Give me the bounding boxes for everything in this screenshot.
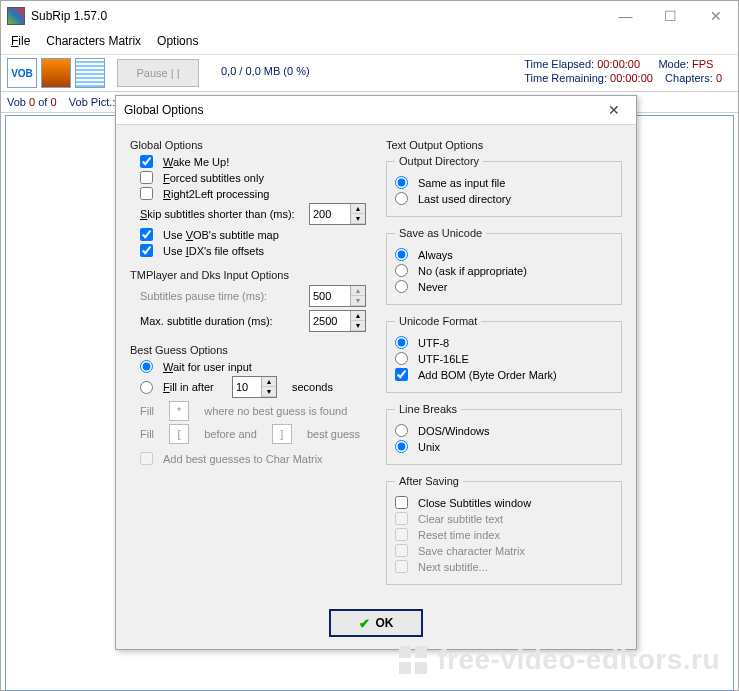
- global-options-group-title: Global Options: [130, 139, 366, 151]
- app-icon: [7, 7, 25, 25]
- pause-spinner[interactable]: ▲▼: [309, 285, 366, 307]
- fill2-mid: before and: [204, 428, 257, 440]
- pause-input[interactable]: [310, 286, 350, 306]
- time-remaining-label: Time Remaining:: [524, 72, 607, 84]
- vob-label: Vob: [7, 96, 26, 108]
- fill1-label: Fill: [140, 405, 154, 417]
- spin-up-icon[interactable]: ▲: [351, 204, 365, 214]
- spin-down-icon[interactable]: ▼: [351, 214, 365, 224]
- close-win-checkbox[interactable]: [395, 496, 408, 509]
- chapters-value: 0: [716, 72, 722, 84]
- vob-pict-label: Vob Pict.:: [69, 96, 115, 108]
- fill1-box[interactable]: *: [169, 401, 189, 421]
- fill-input[interactable]: [233, 377, 261, 397]
- spin-down-icon[interactable]: ▼: [351, 296, 365, 306]
- utf8-radio[interactable]: [395, 336, 408, 349]
- seconds-label: seconds: [292, 381, 333, 393]
- fill2-label: Fill: [140, 428, 154, 440]
- line-breaks-group: Line Breaks DOS/Windows Unix: [386, 403, 622, 465]
- last-used-label: Last used directory: [418, 193, 511, 205]
- window-buttons: — ☐ ✕: [603, 1, 738, 31]
- menu-file[interactable]: File: [11, 34, 30, 48]
- last-used-radio[interactable]: [395, 192, 408, 205]
- forced-checkbox[interactable]: [140, 171, 153, 184]
- chapters-label: Chapters:: [665, 72, 713, 84]
- never-radio[interactable]: [395, 280, 408, 293]
- wait-label: Wait for user input: [163, 361, 252, 373]
- left-column: Global Options Wake Me Up! Forced subtit…: [130, 135, 366, 595]
- fill-label: Fill in after: [163, 381, 214, 393]
- spin-up-icon[interactable]: ▲: [351, 311, 365, 321]
- maximize-button[interactable]: ☐: [648, 1, 693, 31]
- same-input-radio[interactable]: [395, 176, 408, 189]
- skip-spinner[interactable]: ▲▼: [309, 203, 366, 225]
- fill2-box1[interactable]: [: [169, 424, 189, 444]
- wait-radio[interactable]: [140, 360, 153, 373]
- bom-label: Add BOM (Byte Order Mark): [418, 369, 557, 381]
- noask-radio[interactable]: [395, 264, 408, 277]
- dialog-close-icon[interactable]: ✕: [600, 102, 628, 118]
- app-title: SubRip 1.57.0: [31, 9, 107, 23]
- use-vob-map-checkbox[interactable]: [140, 228, 153, 241]
- tm-group-title: TMPlayer and Dks Input Options: [130, 269, 366, 281]
- vob-icon[interactable]: VOB: [7, 58, 37, 88]
- next-sub-checkbox: [395, 560, 408, 573]
- always-label: Always: [418, 249, 453, 261]
- unix-radio[interactable]: [395, 440, 408, 453]
- toolbar-icon-2[interactable]: [41, 58, 71, 88]
- noask-label: No (ask if appropriate): [418, 265, 527, 277]
- main-window: SubRip 1.57.0 — ☐ ✕ File Characters Matr…: [0, 0, 739, 691]
- dialog-title: Global Options: [124, 103, 203, 117]
- bom-checkbox[interactable]: [395, 368, 408, 381]
- spin-down-icon[interactable]: ▼: [262, 387, 276, 397]
- global-options-dialog: Global Options ✕ Global Options Wake Me …: [115, 95, 637, 650]
- unix-label: Unix: [418, 441, 440, 453]
- watermark: free-video-editors.ru: [399, 644, 720, 676]
- titlebar: SubRip 1.57.0 — ☐ ✕: [1, 1, 738, 31]
- menu-characters-matrix[interactable]: Characters Matrix: [46, 34, 141, 48]
- fill2-text: best guess: [307, 428, 360, 440]
- spin-up-icon[interactable]: ▲: [262, 377, 276, 387]
- minimize-button[interactable]: —: [603, 1, 648, 31]
- spin-up-icon[interactable]: ▲: [351, 286, 365, 296]
- toolbar: VOB Pause | | 0,0 / 0,0 MB (0 %) Time El…: [1, 55, 738, 92]
- same-input-label: Same as input file: [418, 177, 505, 189]
- utf16-radio[interactable]: [395, 352, 408, 365]
- forced-label: Forced subtitles only: [163, 172, 264, 184]
- output-directory-legend: Output Directory: [395, 155, 483, 167]
- toolbar-icon-3[interactable]: [75, 58, 105, 88]
- toolbar-status: Time Elapsed: 00:00:00 Mode: FPS Time Re…: [524, 57, 722, 85]
- skip-input[interactable]: [310, 204, 350, 224]
- rtl-label: Right2Left processing: [163, 188, 269, 200]
- fill2-box2[interactable]: ]: [272, 424, 292, 444]
- doswin-radio[interactable]: [395, 424, 408, 437]
- use-idx-checkbox[interactable]: [140, 244, 153, 257]
- maxdur-input[interactable]: [310, 311, 350, 331]
- use-vob-map-label: Use VOB's subtitle map: [163, 229, 279, 241]
- menu-options[interactable]: Options: [157, 34, 198, 48]
- wake-checkbox[interactable]: [140, 155, 153, 168]
- doswin-label: DOS/Windows: [418, 425, 490, 437]
- utf16-label: UTF-16LE: [418, 353, 469, 365]
- time-remaining-value: 00:00:00: [610, 72, 653, 84]
- maxdur-spinner[interactable]: ▲▼: [309, 310, 366, 332]
- spin-down-icon[interactable]: ▼: [351, 321, 365, 331]
- ok-button[interactable]: ✔ OK: [329, 609, 423, 637]
- fill-spinner[interactable]: ▲▼: [232, 376, 277, 398]
- utf8-label: UTF-8: [418, 337, 449, 349]
- always-radio[interactable]: [395, 248, 408, 261]
- right-column: Text Output Options Output Directory Sam…: [386, 135, 622, 595]
- of-label: of: [38, 96, 47, 108]
- output-directory-group: Output Directory Same as input file Last…: [386, 155, 622, 217]
- line-breaks-legend: Line Breaks: [395, 403, 461, 415]
- fill-radio[interactable]: [140, 381, 153, 394]
- save-unicode-legend: Save as Unicode: [395, 227, 486, 239]
- close-button[interactable]: ✕: [693, 1, 738, 31]
- rtl-checkbox[interactable]: [140, 187, 153, 200]
- pause-button[interactable]: Pause | |: [117, 59, 199, 87]
- fill1-text: where no best guess is found: [204, 405, 347, 417]
- clear-text-checkbox: [395, 512, 408, 525]
- save-unicode-group: Save as Unicode Always No (ask if approp…: [386, 227, 622, 305]
- vob-total: 0: [50, 96, 56, 108]
- check-icon: ✔: [359, 616, 370, 631]
